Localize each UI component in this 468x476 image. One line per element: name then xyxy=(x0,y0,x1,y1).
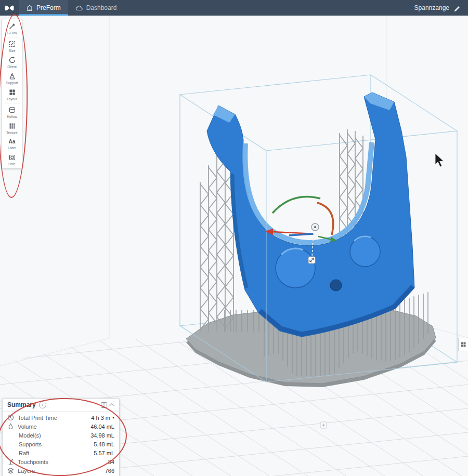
summary-value: 4 h 3 m xyxy=(91,415,110,421)
gizmo-axis-z xyxy=(289,234,313,235)
summary-value: 46.04 mL xyxy=(90,424,114,430)
size-icon xyxy=(8,40,16,48)
right-panel-toggle-button[interactable] xyxy=(458,338,468,351)
summary-title: Summary xyxy=(7,401,36,408)
summary-label: Raft xyxy=(19,450,29,456)
summary-value: 5.57 mL xyxy=(94,450,114,456)
floor-origin-marker xyxy=(320,422,327,428)
tab-preform-label: PreForm xyxy=(36,4,61,11)
caret-down-icon[interactable]: ▾ xyxy=(112,415,114,420)
tool-layout[interactable]: Layout xyxy=(2,86,22,102)
summary-label: Layers xyxy=(18,468,35,474)
summary-value: 5.48 mL xyxy=(94,441,114,447)
collapse-chevron-icon[interactable] xyxy=(111,403,114,407)
tool-label: Layout xyxy=(7,97,17,101)
toolbar-separator xyxy=(4,37,20,37)
tool-hole[interactable]: Hole xyxy=(2,151,22,167)
summary-value: 34.98 mL xyxy=(90,432,114,439)
summary-label: Touchpoints xyxy=(18,459,48,465)
tool-orient[interactable]: Orient xyxy=(2,54,22,70)
gizmo-center-dot xyxy=(314,226,316,228)
tool-one-click[interactable]: 1-Click xyxy=(2,20,22,36)
summary-value: 766 xyxy=(105,468,114,474)
summary-row-touchpoints: Touchpoints 84 xyxy=(3,457,119,466)
summary-header: Summary i xyxy=(3,399,119,412)
mouse-cursor xyxy=(435,153,444,167)
formlabs-logo[interactable] xyxy=(0,0,19,16)
project-name: Spannzange xyxy=(414,4,449,11)
texture-dots-icon xyxy=(8,122,16,130)
preform-window: { "topbar": { "tabs": [ {"label": "PreFo… xyxy=(0,0,468,476)
touchpoint-icon xyxy=(7,458,15,465)
tab-preform[interactable]: PreForm xyxy=(19,0,68,16)
summary-row-models: Model(s) 34.98 mL xyxy=(3,431,119,440)
summary-row-print-time: Total Print Time 4 h 3 m ▾ xyxy=(3,413,119,422)
tab-dashboard-label: Dashboard xyxy=(86,4,117,11)
tool-label: Texture xyxy=(6,131,17,135)
panel-toggle-icon[interactable] xyxy=(101,402,107,408)
summary-row-volume: Volume 46.04 mL xyxy=(3,422,119,431)
panel-grid-icon xyxy=(461,342,466,347)
summary-row-layers: Layers 766 xyxy=(3,466,119,475)
tool-label: Orient xyxy=(7,65,17,69)
toolbar-separator xyxy=(4,103,20,103)
clock-icon xyxy=(7,414,15,421)
tool-label: Label xyxy=(8,146,16,150)
gizmo-rotate-ring-orange xyxy=(317,203,333,235)
tab-dashboard[interactable]: Dashboard xyxy=(68,0,124,16)
model-hole xyxy=(330,280,342,291)
summary-panel: Summary i Total Print Time 4 h 3 m ▾ Vol… xyxy=(2,398,120,476)
tool-size[interactable]: Size xyxy=(2,38,22,54)
summary-label: Model(s) xyxy=(19,432,41,439)
label-aa-icon: Aa xyxy=(9,138,16,145)
tool-support[interactable]: Support xyxy=(2,70,22,86)
summary-rows: Total Print Time 4 h 3 m ▾ Volume 46.04 … xyxy=(3,412,119,476)
edit-project-name-button[interactable] xyxy=(453,4,461,11)
butterfly-icon xyxy=(4,4,15,12)
tool-label: Support xyxy=(6,81,18,85)
volume-droplet-icon xyxy=(7,423,15,430)
summary-label: Volume xyxy=(18,424,37,430)
layers-icon xyxy=(7,467,15,474)
summary-row-raft: Raft 5.57 mL xyxy=(3,448,119,457)
tool-label: Hollow xyxy=(7,115,17,118)
summary-value: 84 xyxy=(108,459,114,465)
model-spannzange[interactable] xyxy=(207,92,414,337)
summary-label: Supports xyxy=(19,441,42,447)
pencil-icon xyxy=(453,4,461,11)
layout-grid-icon xyxy=(8,88,16,96)
tool-label: 1-Click xyxy=(7,31,17,35)
printer-icon xyxy=(26,4,33,11)
support-scaffold-icon xyxy=(8,72,16,80)
summary-label: Total Print Time xyxy=(18,415,57,421)
topbar: PreForm Dashboard Spannzange xyxy=(0,0,468,16)
tool-label-text[interactable]: Aa Label xyxy=(2,136,22,151)
tool-label: Size xyxy=(9,49,16,52)
info-icon[interactable]: i xyxy=(39,401,46,408)
hole-cube-icon xyxy=(8,153,16,161)
orient-rotate-icon xyxy=(8,56,16,64)
tool-sidebar: 1-Click Size Orient Support Layout xyxy=(2,19,22,169)
magic-wand-icon xyxy=(8,22,16,30)
tool-label: Hole xyxy=(8,162,15,166)
gizmo-rotate-ring-green xyxy=(272,197,320,214)
summary-row-supports: Supports 5.48 mL xyxy=(3,440,119,448)
hollow-cylinder-icon xyxy=(8,106,16,114)
cloud-icon xyxy=(75,5,83,11)
tool-texture[interactable]: Texture xyxy=(2,120,22,136)
tool-hollow[interactable]: Hollow xyxy=(2,104,22,120)
